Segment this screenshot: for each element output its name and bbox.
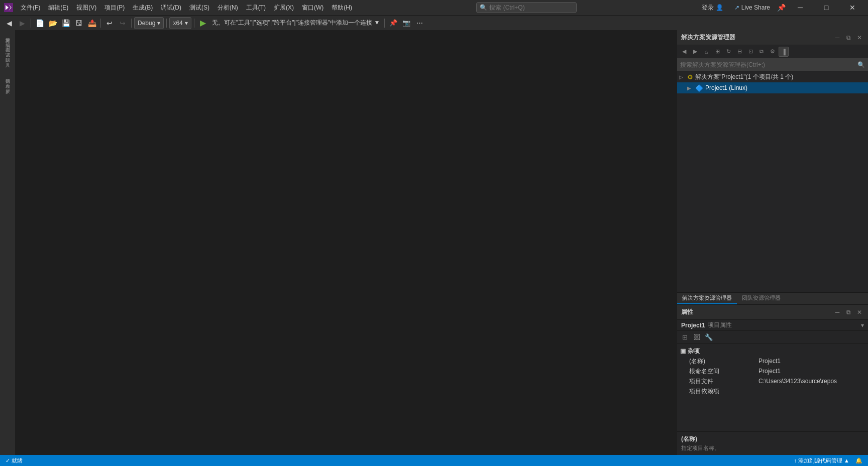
separator-5: [194, 19, 194, 28]
save-button[interactable]: 🖫: [73, 17, 85, 29]
props-key-namespace: 根命名空间: [681, 367, 756, 376]
solution-expand-arrow[interactable]: ▷: [679, 74, 685, 80]
camera-icon[interactable]: 📷: [400, 17, 412, 29]
menu-item-10[interactable]: 窗口(W): [298, 2, 327, 14]
sidebar-item-tools[interactable]: 工具: [4, 57, 12, 61]
minimize-button[interactable]: ─: [789, 0, 812, 15]
se-preview-btn[interactable]: ⧉: [756, 47, 767, 57]
props-float-button[interactable]: ⧉: [844, 308, 853, 317]
search-icon: 🔍: [480, 4, 487, 11]
save-all-button[interactable]: 💾: [60, 17, 72, 29]
menu-item-6[interactable]: 测试(S): [186, 2, 213, 14]
redo-button[interactable]: ↪: [117, 17, 129, 29]
panel-pin-button[interactable]: ─: [833, 33, 842, 42]
solution-label: 解决方案"Project1"(1 个项目/共 1 个): [695, 73, 793, 81]
publish-button[interactable]: 📤: [86, 17, 98, 29]
se-filter-btn[interactable]: ⊡: [745, 47, 755, 57]
status-ready[interactable]: ✓ 就绪: [4, 457, 24, 464]
props-list-view-btn[interactable]: 🖼: [691, 332, 702, 343]
props-title-area: 属性: [681, 308, 693, 316]
platform-arrow: ▾: [185, 20, 188, 27]
extra-icon[interactable]: ⋯: [413, 17, 425, 29]
se-collapse-btn[interactable]: ⊟: [734, 47, 744, 57]
debug-config-dropdown[interactable]: Debug ▾: [134, 17, 164, 29]
props-close-button[interactable]: ✕: [855, 308, 864, 317]
menu-item-5[interactable]: 调试(D): [157, 2, 185, 14]
se-settings-btn[interactable]: ⚙: [768, 47, 778, 57]
new-file-button[interactable]: 📄: [34, 17, 46, 29]
props-group-collapse-icon[interactable]: ▣: [680, 347, 686, 355]
live-share-button[interactable]: ↗ Live Share: [730, 3, 774, 12]
props-value-name: Project1: [758, 358, 864, 365]
menu-item-7[interactable]: 分析(N): [214, 2, 242, 14]
sidebar-item-git[interactable]: 源代码: [4, 73, 12, 77]
se-refresh-btn[interactable]: ↻: [723, 47, 733, 57]
maximize-button[interactable]: □: [815, 0, 838, 15]
platform-dropdown[interactable]: x64 ▾: [169, 17, 191, 29]
pin-toolbar-icon[interactable]: 📌: [387, 17, 399, 29]
tab-solution-explorer[interactable]: 解决方案资源管理器: [677, 293, 737, 304]
panel-close-button[interactable]: ✕: [855, 33, 864, 42]
project-expand-arrow[interactable]: ▶: [687, 85, 693, 91]
panel-float-button[interactable]: ⧉: [844, 33, 853, 42]
props-key-deps: 项目依赖项: [681, 387, 756, 396]
close-button[interactable]: ✕: [841, 0, 864, 15]
menu-item-11[interactable]: 帮助(H): [328, 2, 356, 14]
pin-icon: 📌: [777, 4, 786, 12]
menu-item-9[interactable]: 扩展(X): [270, 2, 297, 14]
back-button[interactable]: ◀: [3, 17, 15, 29]
menu-item-8[interactable]: 工具(T): [243, 2, 269, 14]
menu-item-0[interactable]: 文件(F): [17, 2, 44, 14]
status-source-icon: ↑: [794, 457, 797, 463]
run-button[interactable]: ▶: [197, 17, 209, 29]
solution-node[interactable]: ▷ ⚙ 解决方案"Project1"(1 个项目/共 1 个): [677, 71, 868, 82]
login-button[interactable]: 登录 👤: [698, 3, 727, 13]
sidebar-item-view[interactable]: 视图: [4, 42, 12, 46]
status-source-control[interactable]: ↑ 添加到源代码管理 ▲: [793, 457, 851, 464]
se-sync-btn[interactable]: ⊞: [712, 47, 722, 57]
props-header-icons: ─ ⧉ ✕: [833, 308, 864, 317]
search-input[interactable]: [489, 4, 573, 11]
se-active-item-btn[interactable]: ▐: [779, 47, 789, 57]
props-pin-button[interactable]: ─: [833, 308, 842, 317]
panel-tabs: 解决方案资源管理器 团队资源管理器: [677, 292, 868, 304]
sidebar-item-publish[interactable]: 发布: [4, 78, 12, 82]
maximize-icon: □: [824, 4, 828, 12]
global-search-box[interactable]: 🔍: [476, 2, 577, 13]
menu-item-3[interactable]: 项目(P): [101, 2, 128, 14]
editor-area: [15, 30, 677, 455]
sidebar-item-extra[interactable]: 扩展: [4, 83, 12, 87]
se-home-btn[interactable]: ⌂: [701, 47, 711, 57]
menu-item-1[interactable]: 编辑(E): [45, 2, 72, 14]
right-panel: 解决方案资源管理器 ─ ⧉ ✕ ◀ ▶ ⌂ ⊞ ↻ ⊟ ⊡ ⧉ ⚙ ▐: [677, 30, 868, 455]
menu-item-4[interactable]: 生成(B): [129, 2, 156, 14]
props-footer-desc: 指定项目名称。: [681, 444, 864, 452]
status-left: ✓ 就绪: [4, 457, 24, 464]
sidebar-item-debug[interactable]: 调试: [4, 47, 12, 51]
props-row-deps: 项目依赖项: [677, 386, 868, 396]
se-toolbar: ◀ ▶ ⌂ ⊞ ↻ ⊟ ⊡ ⧉ ⚙ ▐: [677, 45, 868, 58]
sidebar-item-solution[interactable]: 解决方案: [4, 32, 12, 36]
open-button[interactable]: 📂: [47, 17, 59, 29]
props-content: ▣ 杂项 (名称) Project1 根命名空间 Project1 项目文件 C…: [677, 344, 868, 431]
props-settings-btn[interactable]: 🔧: [703, 332, 714, 343]
status-ready-text: 就绪: [12, 457, 23, 464]
sidebar-item-team[interactable]: 团队: [4, 52, 12, 56]
main-toolbar: ◀ ▶ 📄 📂 💾 🖫 📤 ↩ ↪ Debug ▾ x64 ▾ ▶ 无。可在"工…: [0, 15, 868, 30]
live-share-label: Live Share: [741, 4, 770, 11]
undo-button[interactable]: ↩: [103, 17, 116, 29]
props-grid-view-btn[interactable]: ⊞: [679, 332, 690, 343]
main-area: 解决方案 编辑 视图 调试 团队 工具 源代码 发布 扩展 解决方案资源管理器 …: [0, 30, 868, 455]
se-search-input[interactable]: [680, 61, 855, 68]
sidebar-item-edit[interactable]: 编辑: [4, 37, 12, 41]
se-back-btn[interactable]: ◀: [679, 47, 689, 57]
tab-team-explorer[interactable]: 团队资源管理器: [737, 293, 786, 304]
menu-item-2[interactable]: 视图(V): [73, 2, 100, 14]
separator-1: [31, 19, 31, 28]
se-forward-btn[interactable]: ▶: [690, 47, 700, 57]
status-notification[interactable]: 🔔: [854, 457, 864, 464]
user-icon: 👤: [716, 4, 723, 11]
se-search-bar[interactable]: 🔍: [677, 58, 868, 71]
project-node[interactable]: ▶ 🔷 Project1 (Linux): [677, 82, 868, 93]
forward-button[interactable]: ▶: [16, 17, 28, 29]
